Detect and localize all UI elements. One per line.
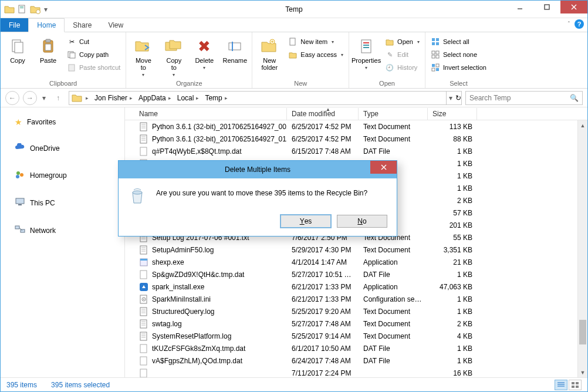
- svg-rect-15: [69, 65, 75, 71]
- table-row[interactable]: Python 3.6.1 (32-bit)_20170625164927_01.…: [125, 133, 587, 145]
- scroll-up-icon[interactable]: ▲: [578, 120, 587, 130]
- new-folder-icon[interactable]: [30, 4, 40, 15]
- breadcrumb[interactable]: ▸ Jon Fisher▸ AppData▸ Local▸ Temp▸: [69, 91, 447, 105]
- rename-button[interactable]: Rename: [221, 35, 248, 64]
- column-headers[interactable]: Name Date modified Type Size ▲: [125, 107, 587, 120]
- tab-home[interactable]: Home: [28, 18, 65, 32]
- qat-dropdown-icon[interactable]: ▾: [43, 5, 49, 13]
- minimize-button[interactable]: [506, 1, 533, 13]
- nav-this-pc[interactable]: This PC: [5, 193, 120, 212]
- maximize-button[interactable]: [533, 1, 560, 13]
- svg-rect-89: [140, 344, 147, 353]
- new-folder-button[interactable]: New folder: [256, 35, 283, 71]
- edit-button[interactable]: ✎Edit: [383, 49, 421, 60]
- table-row[interactable]: vA$FgpsZhLM),QOd.tmp.dat6/24/2017 7:48 A…: [125, 354, 587, 367]
- svg-rect-66: [140, 246, 147, 254]
- copy-path-button[interactable]: Copy path: [65, 49, 122, 60]
- select-all-button[interactable]: Select all: [429, 36, 488, 48]
- recent-locations-icon[interactable]: ▾: [40, 94, 48, 102]
- history-button[interactable]: 🕘History: [383, 62, 421, 73]
- table-row[interactable]: SetupAdminF50.log5/29/2017 4:30 PMText D…: [125, 244, 587, 256]
- table-row[interactable]: Python 3.6.1 (32-bit)_20170625164927_00.…: [125, 120, 587, 133]
- copy-button[interactable]: Copy: [4, 35, 31, 64]
- table-row[interactable]: spark_install.exe6/21/2017 1:33 PMApplic…: [125, 281, 587, 293]
- select-none-button[interactable]: Select none: [429, 49, 488, 60]
- table-row[interactable]: swtag.log5/27/2017 7:48 AMText Document2…: [125, 317, 587, 330]
- move-to-button[interactable]: Move to▾: [130, 35, 157, 77]
- table-row[interactable]: 7/11/2017 2:24 PM16 KB: [125, 367, 587, 377]
- table-row[interactable]: StructuredQuery.log5/25/2017 9:20 AMText…: [125, 305, 587, 317]
- tab-share[interactable]: Share: [65, 18, 100, 32]
- open-button[interactable]: Open▾: [383, 36, 421, 48]
- dialog-close-button[interactable]: [370, 161, 397, 174]
- star-icon: ★: [15, 117, 22, 127]
- up-button[interactable]: ↑: [51, 91, 65, 105]
- sort-indicator-icon: ▲: [326, 107, 330, 112]
- address-bar: ← → ▾ ↑ ▸ Jon Fisher▸ AppData▸ Local▸ Te…: [1, 89, 587, 107]
- copy-to-button[interactable]: Copy to▾: [160, 35, 187, 77]
- col-size[interactable]: Size: [428, 108, 477, 120]
- open-icon: [385, 37, 394, 46]
- navigation-pane[interactable]: ★Favorites OneDrive Homegroup This PC Ne…: [1, 107, 125, 377]
- file-icon: [139, 369, 148, 378]
- tab-view[interactable]: View: [100, 18, 131, 32]
- nav-homegroup[interactable]: Homegroup: [5, 165, 120, 185]
- dialog-titlebar[interactable]: Delete Multiple Items: [119, 161, 397, 178]
- crumb-temp[interactable]: Temp▸: [202, 93, 229, 103]
- close-button[interactable]: [560, 1, 587, 13]
- svg-rect-44: [140, 123, 147, 131]
- table-row[interactable]: tKUZcFSFGk8sZmXq.tmp.dat6/1/2017 10:50 A…: [125, 342, 587, 354]
- crumb-local[interactable]: Local▸: [175, 93, 202, 103]
- statusbar: 395 items 395 items selected: [1, 377, 587, 391]
- table-row[interactable]: q#PT4qWybE,x$8Qt.tmp.dat6/15/2017 7:48 A…: [125, 145, 587, 157]
- scroll-down-icon[interactable]: ▼: [578, 367, 587, 377]
- svg-rect-23: [363, 47, 369, 48]
- col-type[interactable]: Type: [359, 108, 428, 120]
- easy-access-button[interactable]: Easy access▾: [286, 49, 345, 60]
- properties-icon[interactable]: [17, 4, 28, 15]
- no-button[interactable]: No: [337, 215, 387, 228]
- table-row[interactable]: Sp&gwZDd9X!QtH&c.tmp.dat5/27/2017 10:51 …: [125, 268, 587, 281]
- file-rows[interactable]: Python 3.6.1 (32-bit)_20170625164927_00.…: [125, 120, 587, 377]
- table-row[interactable]: SparkMiniInstall.ini6/21/2017 1:33 PMCon…: [125, 293, 587, 305]
- invert-selection-button[interactable]: Invert selection: [429, 62, 488, 73]
- forward-button[interactable]: →: [23, 91, 37, 105]
- scroll-thumb[interactable]: [579, 320, 586, 344]
- cut-button[interactable]: ✂Cut: [65, 36, 122, 48]
- new-item-button[interactable]: New item▾: [286, 36, 345, 48]
- yes-button[interactable]: Yes: [281, 215, 331, 228]
- file-tab[interactable]: File: [1, 18, 28, 32]
- svg-rect-34: [432, 68, 435, 71]
- paste-shortcut-button[interactable]: Paste shortcut: [65, 62, 122, 73]
- svg-rect-96: [576, 382, 579, 384]
- search-input[interactable]: Search Temp 🔍: [465, 91, 583, 105]
- file-icon: [139, 258, 148, 267]
- nav-favorites[interactable]: ★Favorites: [5, 113, 120, 131]
- explorer-window: ▾ Temp File Home Share View ˆ ? Copy: [0, 0, 588, 392]
- table-row[interactable]: SystemResetPlatform.log5/25/2017 9:14 AM…: [125, 330, 587, 342]
- help-icon[interactable]: ?: [575, 19, 584, 29]
- col-date[interactable]: Date modified: [287, 108, 359, 120]
- invert-selection-icon: [431, 63, 440, 72]
- icons-view-button[interactable]: [569, 380, 582, 390]
- table-row[interactable]: shexp.exe4/1/2014 1:47 AMApplication21 K…: [125, 256, 587, 268]
- svg-rect-95: [572, 382, 575, 384]
- col-name[interactable]: Name: [134, 108, 287, 120]
- minimize-ribbon-icon[interactable]: ˆ: [568, 21, 570, 28]
- refresh-button[interactable]: ▾↻: [447, 91, 462, 105]
- svg-rect-52: [140, 147, 147, 156]
- svg-point-38: [16, 175, 19, 178]
- svg-rect-97: [572, 386, 575, 388]
- details-view-button[interactable]: [555, 380, 567, 390]
- crumb-appdata[interactable]: AppData▸: [136, 93, 174, 103]
- nav-network[interactable]: Network: [5, 221, 120, 240]
- paste-button[interactable]: Paste: [35, 35, 62, 64]
- back-button[interactable]: ←: [5, 91, 19, 105]
- scissors-icon: ✂: [67, 37, 76, 46]
- properties-button[interactable]: Properties▾: [353, 35, 380, 70]
- easy-access-icon: [288, 50, 298, 59]
- crumb-jon-fisher[interactable]: Jon Fisher▸: [92, 93, 135, 103]
- nav-onedrive[interactable]: OneDrive: [5, 139, 120, 157]
- scrollbar[interactable]: ▲ ▼: [577, 120, 587, 377]
- delete-button[interactable]: ✖ Delete▾: [191, 35, 218, 70]
